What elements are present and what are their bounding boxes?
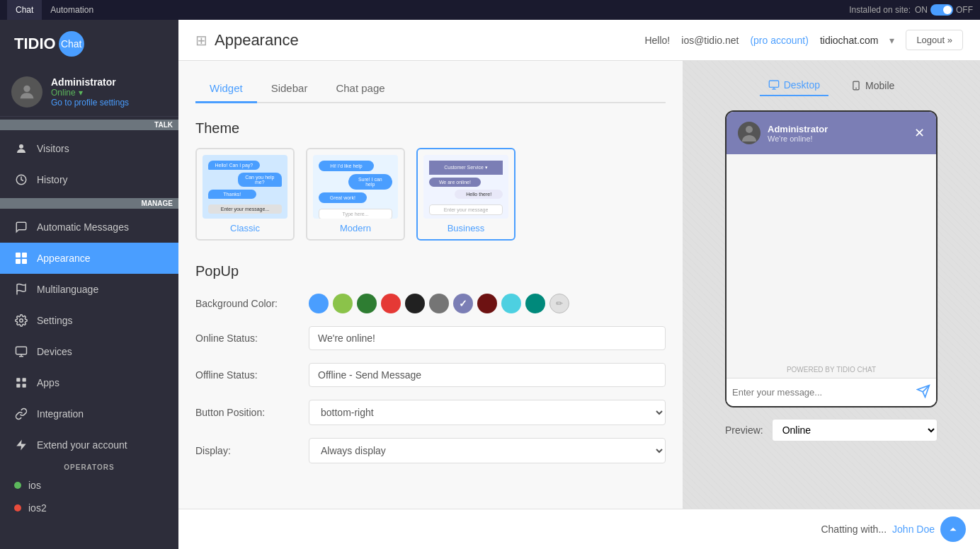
color-teal[interactable] bbox=[525, 294, 545, 313]
preview-status-select[interactable]: Online Offline bbox=[772, 419, 938, 441]
color-gray[interactable] bbox=[429, 294, 449, 313]
online-status-label: Online Status: bbox=[195, 333, 309, 344]
site-toggle[interactable]: ON OFF bbox=[915, 4, 973, 16]
sidebar-item-devices[interactable]: Devices bbox=[0, 336, 178, 367]
theme-modern[interactable]: Hi! I'd like help Sure! I can help Great… bbox=[306, 148, 405, 241]
color-purple[interactable] bbox=[453, 294, 473, 313]
online-status-control bbox=[309, 326, 666, 350]
tab-sidebar[interactable]: Sidebar bbox=[257, 75, 322, 103]
online-status-row: Online Status: bbox=[195, 326, 666, 350]
offline-status-input[interactable] bbox=[309, 363, 666, 387]
chat-admin-name: Administrator bbox=[768, 124, 828, 134]
color-red[interactable] bbox=[381, 294, 401, 313]
device-tab-mobile-label: Mobile bbox=[865, 80, 894, 91]
tab-chat-page[interactable]: Chat page bbox=[321, 75, 399, 103]
expand-chat-button[interactable] bbox=[940, 516, 966, 542]
svg-rect-13 bbox=[769, 81, 778, 87]
operator-ios[interactable]: ios bbox=[0, 474, 178, 497]
theme-classic[interactable]: Hello! Can I pay? Can you help me? Thank… bbox=[195, 148, 295, 241]
chat-preview-frame: Administrator We're online! ✕ POWERED BY… bbox=[725, 110, 938, 408]
logo-text: TIDIO bbox=[14, 35, 56, 53]
chatting-user[interactable]: John Doe bbox=[892, 524, 935, 535]
header-email: ios@tidio.net bbox=[681, 35, 739, 46]
offline-status-label: Offline Status: bbox=[195, 369, 309, 381]
bolt-icon bbox=[14, 438, 28, 452]
appearance-icon: ⊞ bbox=[195, 32, 207, 49]
sidebar-item-appearance[interactable]: Appearance bbox=[0, 243, 178, 274]
flag-icon bbox=[14, 282, 28, 296]
operator-ios2[interactable]: ios2 bbox=[0, 497, 178, 519]
svg-point-0 bbox=[23, 86, 30, 92]
sidebar-item-history[interactable]: History bbox=[0, 164, 178, 195]
display-label: Display: bbox=[195, 445, 309, 456]
chat-status-text: We're online! bbox=[768, 134, 828, 143]
sidebar-item-apps[interactable]: Apps bbox=[0, 367, 178, 398]
operators-badge: OPERATORS bbox=[0, 461, 178, 474]
svg-rect-11 bbox=[23, 384, 26, 388]
domain-dropdown[interactable]: ▾ bbox=[889, 35, 894, 46]
button-position-select[interactable]: bottom-right bottom-left top-right top-l… bbox=[309, 400, 666, 425]
preview-bar: Preview: Online Offline bbox=[725, 419, 938, 441]
gear-icon bbox=[14, 313, 28, 328]
preview-panel: Desktop Mobile Administrator bbox=[683, 61, 980, 509]
color-green-light[interactable] bbox=[333, 294, 353, 313]
color-cyan[interactable] bbox=[501, 294, 521, 313]
online-status-input[interactable] bbox=[309, 326, 666, 350]
sidebar-item-integration[interactable]: Integration bbox=[0, 398, 178, 429]
chat-message-input[interactable] bbox=[732, 387, 916, 398]
header-domain: tidiochat.com bbox=[820, 35, 878, 46]
sidebar-item-label: Visitors bbox=[37, 143, 69, 154]
sidebar-item-multilanguage[interactable]: Multilanguage bbox=[0, 274, 178, 305]
sidebar-item-settings[interactable]: Settings bbox=[0, 305, 178, 336]
device-tabs: Desktop Mobile bbox=[760, 75, 904, 96]
left-panel: Widget Sidebar Chat page Theme Hello! Ca… bbox=[178, 61, 683, 509]
color-swatches: ✏ bbox=[309, 294, 666, 313]
color-dark-red[interactable] bbox=[477, 294, 497, 313]
theme-business[interactable]: Customer Service ▾ We are online! Hello … bbox=[416, 148, 515, 241]
logout-button[interactable]: Logout » bbox=[906, 30, 963, 50]
svg-point-18 bbox=[746, 126, 753, 133]
display-control: Always display Never display Show on pag… bbox=[309, 438, 666, 463]
operator-name: ios2 bbox=[28, 502, 47, 514]
sidebar-item-label: Devices bbox=[37, 346, 72, 357]
header-hello: Hello! bbox=[644, 35, 670, 46]
chat-preview-header: Administrator We're online! ✕ bbox=[727, 112, 936, 154]
username: Administrator bbox=[51, 76, 129, 88]
pro-account-link[interactable]: (pro account) bbox=[750, 35, 808, 46]
svg-point-1 bbox=[19, 144, 23, 149]
operator-name: ios bbox=[28, 480, 41, 491]
sidebar-user: Administrator Online ▾ Go to profile set… bbox=[0, 68, 178, 117]
svg-rect-8 bbox=[16, 378, 20, 381]
color-black[interactable] bbox=[405, 294, 425, 313]
chat-input-row bbox=[727, 378, 936, 406]
profile-link[interactable]: Go to profile settings bbox=[51, 98, 129, 108]
user-status: Online ▾ bbox=[51, 88, 129, 98]
color-green-dark[interactable] bbox=[357, 294, 377, 313]
sidebar-item-label: History bbox=[37, 174, 68, 185]
theme-title: Theme bbox=[195, 120, 666, 137]
sidebar-item-visitors[interactable]: Visitors bbox=[0, 133, 178, 164]
chat-close-button[interactable]: ✕ bbox=[914, 125, 925, 141]
talk-badge: TALK bbox=[0, 120, 178, 130]
link-icon bbox=[14, 407, 28, 421]
header: ⊞ Appearance Hello! ios@tidio.net (pro a… bbox=[178, 20, 980, 61]
device-tab-mobile[interactable]: Mobile bbox=[843, 75, 903, 96]
content-tabs: Widget Sidebar Chat page bbox=[195, 75, 666, 103]
manage-badge: MANAGE bbox=[0, 198, 178, 209]
top-bar-tab-chat[interactable]: Chat bbox=[7, 0, 42, 20]
send-button[interactable] bbox=[916, 384, 930, 400]
header-title: ⊞ Appearance bbox=[195, 31, 299, 50]
display-select[interactable]: Always display Never display Show on pag… bbox=[309, 438, 666, 463]
device-tab-desktop-label: Desktop bbox=[784, 79, 820, 91]
sidebar-item-label: Integration bbox=[37, 408, 84, 420]
sidebar-item-extend-account[interactable]: Extend your account bbox=[0, 429, 178, 461]
bg-color-label: Background Color: bbox=[195, 298, 309, 309]
top-bar-tab-automation[interactable]: Automation bbox=[42, 0, 102, 20]
color-blue[interactable] bbox=[309, 294, 329, 313]
tab-widget[interactable]: Widget bbox=[195, 75, 257, 103]
toggle-switch-control[interactable] bbox=[930, 4, 953, 16]
offline-status-control bbox=[309, 363, 666, 387]
sidebar-item-automatic-messages[interactable]: Automatic Messages bbox=[0, 212, 178, 243]
color-custom[interactable]: ✏ bbox=[549, 294, 569, 313]
device-tab-desktop[interactable]: Desktop bbox=[760, 75, 828, 96]
